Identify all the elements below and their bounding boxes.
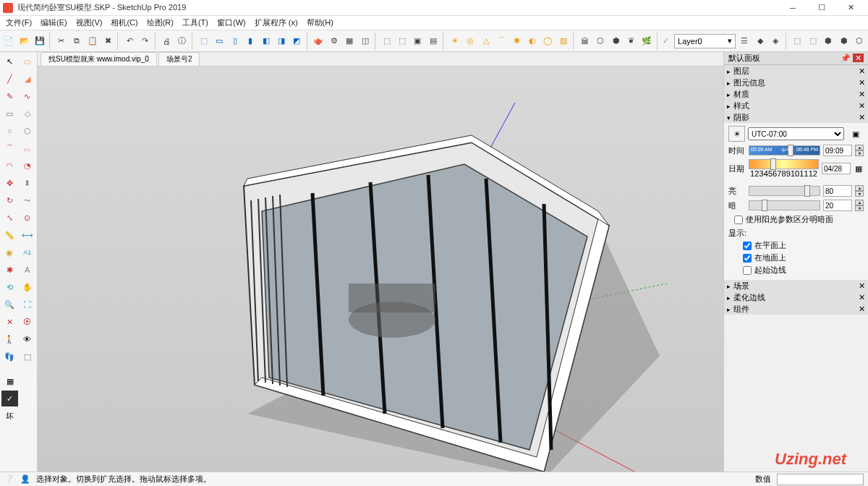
zoom-icon[interactable]: 🔍 bbox=[1, 297, 18, 312]
new-icon[interactable]: 📄 bbox=[1, 33, 16, 50]
camera-back-icon[interactable]: ◧ bbox=[258, 33, 273, 50]
date-picker-icon[interactable]: ▦ bbox=[854, 161, 864, 176]
section-materials[interactable]: ▸材质✕ bbox=[724, 88, 868, 100]
layer-manager-icon[interactable]: ☰ bbox=[736, 33, 751, 50]
cut-icon[interactable]: ✂ bbox=[54, 33, 69, 50]
rotrect-icon[interactable]: ◇ bbox=[20, 106, 36, 122]
frame3-icon[interactable]: ▣ bbox=[410, 33, 425, 50]
offset-icon[interactable]: ⊙ bbox=[20, 210, 36, 226]
section-components[interactable]: ▸组件✕ bbox=[724, 303, 868, 315]
plant-icon[interactable]: 🌿 bbox=[639, 33, 654, 50]
camera-persp-icon[interactable]: ◩ bbox=[289, 33, 304, 50]
menu-file[interactable]: 文件(F) bbox=[3, 17, 35, 28]
on-ground-checkbox[interactable] bbox=[743, 254, 752, 263]
layer-combo[interactable]: Layer0 ▾ bbox=[674, 34, 736, 48]
date-value[interactable] bbox=[822, 163, 851, 174]
shadow-toggle-icon[interactable]: ☀ bbox=[728, 126, 745, 142]
style-shade-icon[interactable]: ⬢ bbox=[821, 33, 835, 50]
style-mono-icon[interactable]: ⬡ bbox=[852, 33, 867, 50]
paste-icon[interactable]: 📋 bbox=[85, 33, 100, 50]
cube1-icon[interactable]: ⬡ bbox=[593, 33, 608, 50]
save-icon[interactable]: 💾 bbox=[33, 33, 47, 50]
on-faces-checkbox[interactable] bbox=[743, 242, 752, 250]
date-slider[interactable] bbox=[749, 159, 819, 169]
style-wire-icon[interactable]: ⬚ bbox=[790, 33, 804, 50]
camera-right-icon[interactable]: ▮ bbox=[243, 33, 258, 50]
menu-camera[interactable]: 相机(C) bbox=[108, 17, 140, 28]
leaf-icon[interactable]: ❦ bbox=[624, 33, 639, 50]
time-spinner[interactable]: ▴▾ bbox=[855, 145, 864, 156]
default-tray-title[interactable]: 默认面板 📌 ✕ bbox=[724, 52, 868, 65]
frame4-icon[interactable]: ▤ bbox=[426, 33, 441, 50]
section-styles[interactable]: ▸样式✕ bbox=[724, 100, 868, 111]
section-soften[interactable]: ▸柔化边线✕ bbox=[724, 291, 868, 303]
shadow-ring-icon[interactable]: ◯ bbox=[540, 33, 555, 50]
maximize-button[interactable]: ☐ bbox=[807, 0, 836, 16]
time-value[interactable] bbox=[823, 145, 852, 156]
grid-icon[interactable]: ▦ bbox=[1, 373, 18, 389]
text-icon[interactable]: A1 bbox=[20, 244, 36, 260]
teapot-icon[interactable]: 🫖 bbox=[311, 33, 326, 50]
tray-pin-icon[interactable]: 📌 bbox=[841, 54, 851, 62]
minimize-button[interactable]: ─ bbox=[778, 0, 807, 16]
dark-value[interactable] bbox=[823, 200, 852, 211]
delete-icon[interactable]: ✖ bbox=[101, 33, 115, 50]
open-icon[interactable]: 📂 bbox=[17, 33, 31, 50]
camera-iso-icon[interactable]: ⬚ bbox=[197, 33, 211, 50]
line-icon[interactable]: ╱ bbox=[1, 71, 18, 87]
sandbox-icon[interactable]: ⬚ bbox=[20, 349, 36, 364]
rect-icon[interactable]: ▭ bbox=[1, 106, 18, 122]
close-button[interactable]: ✕ bbox=[836, 0, 865, 16]
tape-icon[interactable]: 📏 bbox=[1, 227, 18, 243]
menu-help[interactable]: 帮助(H) bbox=[304, 17, 336, 28]
arc-icon[interactable]: ⌒ bbox=[1, 140, 18, 156]
half-icon[interactable]: ◐ bbox=[525, 33, 540, 50]
render-settings-icon[interactable]: ⚙ bbox=[327, 33, 341, 50]
light-slider[interactable] bbox=[749, 186, 820, 196]
undo-icon[interactable]: ↶ bbox=[122, 33, 137, 50]
sun-icon[interactable]: ☀ bbox=[448, 33, 462, 50]
menu-edit[interactable]: 编辑(E) bbox=[38, 17, 70, 28]
camera-top-icon[interactable]: ▭ bbox=[212, 33, 226, 50]
burst-icon[interactable]: ✺ bbox=[509, 33, 524, 50]
walk-icon[interactable]: 🚶 bbox=[1, 331, 18, 347]
copy-icon[interactable]: ⧉ bbox=[69, 33, 84, 50]
freehand-icon[interactable]: ∿ bbox=[20, 88, 36, 104]
scale-icon[interactable]: ⤡ bbox=[1, 210, 18, 226]
dimension-icon[interactable]: ⟷ bbox=[20, 227, 36, 243]
dark-slider[interactable] bbox=[749, 200, 820, 210]
cube2-icon[interactable]: ⬢ bbox=[608, 33, 623, 50]
section-entity[interactable]: ▸图元信息✕ bbox=[724, 77, 868, 88]
model-info-icon[interactable]: ⓘ bbox=[175, 33, 190, 50]
circle-icon[interactable]: ○ bbox=[1, 123, 18, 139]
protractor-icon[interactable]: ◉ bbox=[1, 244, 18, 260]
move-icon[interactable]: ✥ bbox=[1, 175, 18, 191]
time-slider[interactable]: 05:09 AM 中午 06:48 PM bbox=[749, 145, 820, 155]
solid2-icon[interactable]: ◈ bbox=[768, 33, 783, 50]
pan-icon[interactable]: ✋ bbox=[20, 279, 36, 295]
viewport[interactable]: ↖ bbox=[38, 67, 723, 486]
rotate-icon[interactable]: ↻ bbox=[1, 192, 18, 208]
arch-icon[interactable]: ⌒ bbox=[494, 33, 509, 50]
timezone-select[interactable]: UTC-07:00 bbox=[748, 127, 844, 140]
status-help-icon[interactable]: ❔ bbox=[4, 474, 14, 484]
broken-icon[interactable]: 坏 bbox=[1, 408, 18, 424]
polygon-icon[interactable]: ⬡ bbox=[20, 123, 36, 139]
section-shadows[interactable]: ▾阴影✕ bbox=[724, 111, 868, 123]
pencil-icon[interactable]: ✎ bbox=[1, 88, 18, 104]
arc3-icon[interactable]: ◠ bbox=[1, 158, 18, 174]
frame2-icon[interactable]: ⬚ bbox=[395, 33, 409, 50]
cone-icon[interactable]: △ bbox=[478, 33, 493, 50]
section-scenes[interactable]: ▸场景✕ bbox=[724, 280, 868, 291]
menu-view[interactable]: 视图(V) bbox=[73, 17, 106, 28]
lasso-icon[interactable]: ⬭ bbox=[20, 54, 36, 69]
light-value[interactable] bbox=[823, 185, 852, 197]
footprint-icon[interactable]: 👣 bbox=[1, 349, 18, 364]
style-tex-icon[interactable]: ⬢ bbox=[836, 33, 851, 50]
position-camera-icon[interactable]: ⦿ bbox=[20, 314, 36, 330]
axes-icon[interactable]: ✱ bbox=[1, 262, 18, 278]
check-icon[interactable]: ✓ bbox=[1, 391, 18, 406]
sun-shading-checkbox[interactable] bbox=[734, 216, 743, 224]
menu-window[interactable]: 窗口(W) bbox=[214, 17, 249, 28]
pie-icon[interactable]: ◔ bbox=[20, 158, 36, 174]
